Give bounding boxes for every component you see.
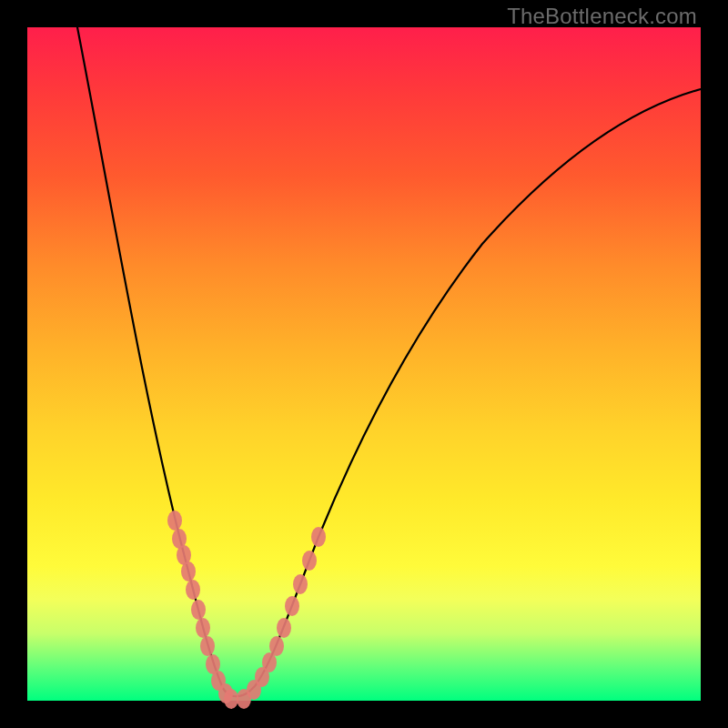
data-marker xyxy=(224,689,238,709)
data-marker xyxy=(186,580,200,600)
data-marker xyxy=(285,596,299,616)
data-marker xyxy=(293,574,308,594)
data-marker xyxy=(181,561,196,581)
watermark-text: TheBottleneck.com xyxy=(507,4,697,29)
data-marker xyxy=(167,511,182,531)
bottleneck-curve xyxy=(77,27,701,696)
data-marker xyxy=(302,551,317,571)
data-marker xyxy=(196,618,210,638)
chart-svg xyxy=(27,27,701,701)
data-marker xyxy=(200,636,215,656)
marker-group xyxy=(167,511,326,709)
data-marker xyxy=(277,618,291,638)
plot-area xyxy=(27,27,701,701)
data-marker xyxy=(311,527,326,547)
chart-frame: TheBottleneck.com xyxy=(0,0,728,728)
data-marker xyxy=(191,600,206,620)
data-marker xyxy=(269,636,284,656)
